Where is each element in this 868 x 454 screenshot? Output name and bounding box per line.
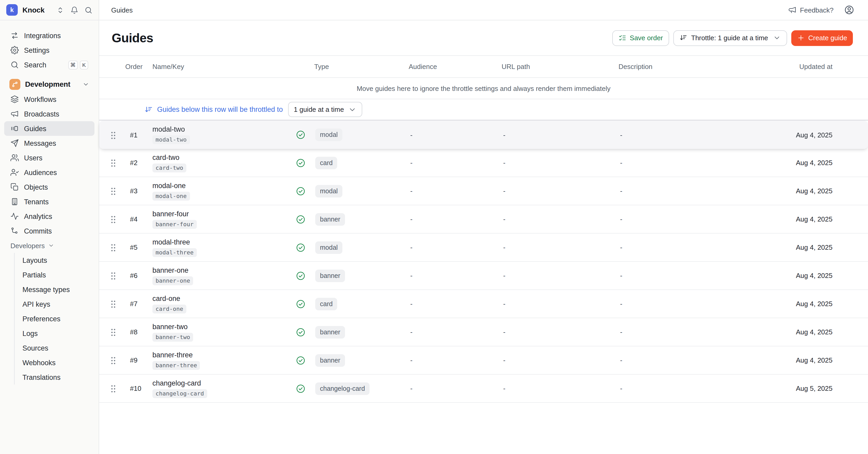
megaphone-icon — [788, 6, 796, 14]
create-guide-button[interactable]: Create guide — [791, 30, 853, 46]
integrations-icon — [10, 31, 19, 40]
keycap: K — [80, 60, 88, 69]
status-active-icon — [296, 327, 306, 337]
table-row[interactable]: #9banner-threebanner-threebanner---Aug 4… — [99, 346, 868, 375]
sidebar-item-tenants[interactable]: Tenants — [4, 194, 94, 209]
guide-key-badge: card-one — [152, 304, 186, 313]
save-order-button[interactable]: Save order — [612, 30, 669, 46]
guide-name: changelog-card — [152, 379, 292, 387]
sidebar-item-api-keys[interactable]: API keys — [14, 297, 94, 311]
sidebar-item-logs[interactable]: Logs — [14, 326, 94, 341]
drag-handle[interactable] — [111, 159, 115, 167]
sidebar-item-layouts[interactable]: Layouts — [14, 253, 94, 267]
commits-icon — [10, 227, 19, 235]
drag-handle[interactable] — [111, 328, 115, 336]
description-value: - — [619, 187, 749, 195]
workspace-avatar: k — [6, 4, 18, 16]
sidebar-item-analytics[interactable]: Analytics — [4, 209, 94, 224]
sidebar-item-label: Integrations — [24, 32, 61, 39]
sidebar-item-webhooks[interactable]: Webhooks — [14, 355, 94, 370]
updated-at: Aug 4, 2025 — [749, 159, 833, 167]
sidebar-item-translations[interactable]: Translations — [14, 370, 94, 385]
objects-icon — [10, 183, 19, 191]
description-value: - — [619, 328, 749, 336]
sidebar-item-preferences[interactable]: Preferences — [14, 311, 94, 326]
sort-descending-icon — [145, 105, 153, 114]
feedback-button[interactable]: Feedback? — [788, 6, 834, 14]
sidebar-item-commits[interactable]: Commits — [4, 224, 94, 238]
table-row[interactable]: #4banner-fourbanner-fourbanner---Aug 4, … — [99, 205, 868, 233]
drag-handle[interactable] — [111, 244, 115, 251]
throttle-divider-link[interactable]: Guides below this row will be throttled … — [157, 106, 283, 113]
sidebar-item-label: Partials — [23, 271, 46, 279]
sidebar-item-broadcasts[interactable]: Broadcasts — [4, 107, 94, 121]
table-row[interactable]: #1modal-twomodal-twomodal---Aug 4, 2025 — [99, 121, 868, 149]
environment-switcher[interactable]: Development — [4, 76, 94, 92]
updated-at: Aug 4, 2025 — [749, 215, 833, 223]
drag-handle[interactable] — [111, 272, 115, 280]
sidebar-item-settings[interactable]: Settings — [4, 43, 94, 57]
sidebar-item-guides[interactable]: Guides — [4, 121, 94, 136]
status-active-icon — [296, 130, 306, 140]
status-active-icon — [296, 186, 306, 196]
sidebar-item-messages[interactable]: Messages — [4, 136, 94, 150]
sidebar-item-sources[interactable]: Sources — [14, 341, 94, 355]
description-value: - — [619, 356, 749, 364]
row-order: #9 — [125, 356, 152, 364]
url-path-value: - — [502, 272, 619, 280]
sidebar-item-search[interactable]: Search⌘K — [4, 57, 94, 72]
drag-handle[interactable] — [111, 215, 115, 223]
sidebar-item-label: Broadcasts — [24, 110, 59, 118]
drag-handle[interactable] — [111, 187, 115, 195]
dropzone-hint: Move guides here to ignore the throttle … — [357, 84, 611, 92]
table-row[interactable]: #7card-onecard-onecard---Aug 4, 2025 — [99, 290, 868, 318]
settings-icon — [10, 46, 19, 54]
description-value: - — [619, 385, 749, 392]
sidebar-item-label: Message types — [23, 285, 70, 293]
chevrons-updown-icon[interactable] — [56, 6, 64, 14]
drag-handle[interactable] — [111, 356, 115, 364]
table-row[interactable]: #10changelog-cardchangelog-cardchangelog… — [99, 375, 868, 403]
guide-name: banner-two — [152, 322, 292, 331]
guide-name: card-one — [152, 294, 292, 302]
table-row[interactable]: #2card-twocard-twocard---Aug 4, 2025 — [99, 149, 868, 177]
drag-handle[interactable] — [111, 300, 115, 308]
row-order: #6 — [125, 272, 152, 280]
table-row[interactable]: #6banner-onebanner-onebanner---Aug 4, 20… — [99, 262, 868, 290]
broadcasts-icon — [10, 110, 19, 118]
throttle-value-select[interactable]: 1 guide at a time — [288, 102, 362, 117]
workflows-icon — [10, 95, 19, 104]
bell-icon[interactable] — [70, 6, 78, 14]
sidebar-item-users[interactable]: Users — [4, 150, 94, 165]
workspace-switcher[interactable]: k Knock — [0, 0, 99, 20]
sidebar-item-label: Commits — [24, 227, 52, 235]
updated-at: Aug 4, 2025 — [749, 131, 833, 139]
sidebar-item-label: Sources — [23, 344, 48, 352]
sidebar-item-label: Users — [24, 154, 42, 162]
sidebar-item-workflows[interactable]: Workflows — [4, 92, 94, 107]
account-menu-icon[interactable] — [844, 5, 855, 15]
table-row[interactable]: #3modal-onemodal-onemodal---Aug 4, 2025 — [99, 177, 868, 205]
sidebar-item-objects[interactable]: Objects — [4, 180, 94, 194]
developers-section-toggle[interactable]: Developers — [4, 239, 94, 252]
drag-handle[interactable] — [111, 131, 115, 139]
drag-handle[interactable] — [111, 385, 115, 392]
sidebar-item-message-types[interactable]: Message types — [14, 282, 94, 297]
sidebar-item-audiences[interactable]: Audiences — [4, 165, 94, 180]
workspace-name: Knock — [23, 6, 56, 14]
table-row[interactable]: #5modal-threemodal-threemodal---Aug 4, 2… — [99, 233, 868, 262]
unthrottled-dropzone[interactable]: Move guides here to ignore the throttle … — [99, 78, 868, 99]
sidebar-item-integrations[interactable]: Integrations — [4, 28, 94, 43]
description-value: - — [619, 131, 749, 139]
table-row[interactable]: #8banner-twobanner-twobanner---Aug 4, 20… — [99, 318, 868, 346]
column-header-updated-at: Updated at — [749, 63, 833, 70]
audience-value: - — [409, 244, 502, 251]
topbar-tab-guides[interactable]: Guides — [111, 6, 132, 14]
throttle-dropdown-button[interactable]: Throttle: 1 guide at a time — [673, 30, 787, 46]
search-icon[interactable] — [85, 6, 92, 14]
sidebar-item-label: Search — [24, 61, 46, 69]
updated-at: Aug 4, 2025 — [749, 272, 833, 280]
sidebar-item-label: Objects — [24, 183, 48, 191]
url-path-value: - — [502, 187, 619, 195]
sidebar-item-partials[interactable]: Partials — [14, 267, 94, 282]
